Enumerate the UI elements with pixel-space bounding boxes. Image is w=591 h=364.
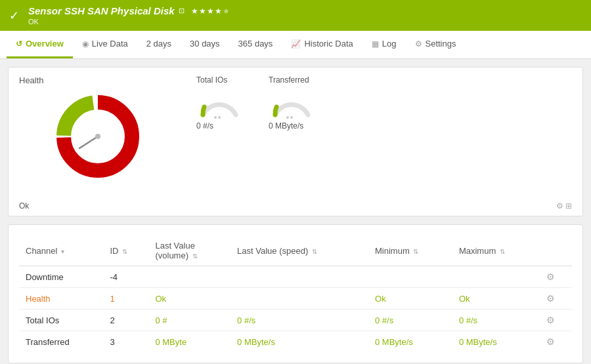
tab-live-data-label: Live Data	[92, 39, 128, 49]
star-3: ★	[207, 7, 214, 16]
health-footer: Ok ⚙ ⊞	[9, 199, 582, 216]
sort-channel-icon: ▾	[61, 248, 64, 255]
channel-transferred: Transferred	[19, 331, 103, 353]
gear-icon[interactable]: ⚙	[546, 315, 555, 325]
transferred-gauge: Transferred 0 MByte/s	[269, 75, 315, 131]
star-rating: ★ ★ ★ ★ ★	[191, 7, 230, 16]
health-donut-chart	[52, 91, 144, 182]
page-title: Sensor SSH SAN Physical Disk	[28, 5, 175, 16]
star-4: ★	[215, 7, 222, 16]
id-transferred: 3	[103, 331, 148, 353]
speed-total-ios: 0 #/s	[230, 310, 368, 331]
sort-volume-icon: ⇅	[192, 253, 198, 260]
speed-transferred: 0 MByte/s	[230, 331, 368, 353]
table-header-row: Channel ▾ ID ⇅ Last Value(volume) ⇅ Last…	[19, 235, 572, 266]
total-ios-label: Total IOs	[196, 75, 227, 85]
tab-365days-label: 365 days	[238, 39, 273, 49]
min-health: Ok	[368, 288, 452, 310]
max-total-ios: 0 #/s	[452, 310, 540, 331]
channel-table: Channel ▾ ID ⇅ Last Value(volume) ⇅ Last…	[19, 235, 572, 352]
min-transferred: 0 MByte/s	[368, 331, 452, 353]
table-row: Total IOs 2 0 # 0 #/s 0 #/s 0 #/s ⚙	[19, 310, 572, 331]
header-status: OK	[28, 18, 230, 26]
gear-icon[interactable]: ⚙	[546, 272, 555, 282]
tab-settings-label: Settings	[426, 39, 456, 49]
page-header: ✓ Sensor SSH SAN Physical Disk ⊡ ★ ★ ★ ★…	[0, 0, 591, 31]
table-row: Health 1 Ok Ok Ok ⚙	[19, 288, 572, 310]
tab-2days[interactable]: 2 days	[137, 31, 181, 58]
tab-overview-label: Overview	[26, 39, 64, 49]
svg-point-7	[214, 116, 217, 119]
table-row: Downtime -4 ⚙	[19, 266, 572, 288]
max-downtime	[452, 266, 540, 288]
action-total-ios[interactable]: ⚙	[540, 310, 572, 331]
status-check-icon: ✓	[9, 9, 19, 23]
overview-icon: ↺	[16, 39, 22, 49]
speed-health	[230, 288, 368, 310]
id-downtime: -4	[103, 266, 148, 288]
gear-icon[interactable]: ⚙	[546, 336, 555, 347]
id-health[interactable]: 1	[103, 288, 148, 310]
channel-health[interactable]: Health	[19, 288, 103, 310]
log-icon: ▦	[372, 39, 379, 49]
health-status-text: Ok	[19, 201, 29, 211]
data-table-card: Channel ▾ ID ⇅ Last Value(volume) ⇅ Last…	[8, 224, 583, 363]
speed-downtime	[230, 266, 368, 288]
th-last-value-speed[interactable]: Last Value (speed) ⇅	[230, 235, 368, 266]
health-section: Health	[19, 75, 177, 182]
sort-max-icon: ⇅	[500, 248, 505, 255]
tab-settings[interactable]: ⚙ Settings	[406, 31, 466, 58]
total-ios-value: 0 #/s	[196, 121, 213, 131]
gear-icon[interactable]: ⚙	[546, 293, 555, 304]
svg-point-10	[290, 116, 293, 119]
tab-log-label: Log	[382, 39, 397, 49]
transferred-value: 0 MByte/s	[269, 121, 303, 131]
th-actions	[540, 235, 572, 266]
tab-365days[interactable]: 365 days	[229, 31, 282, 58]
health-card: Health	[8, 67, 583, 216]
th-channel[interactable]: Channel ▾	[19, 235, 103, 266]
tab-2days-label: 2 days	[146, 39, 171, 49]
health-label: Health	[19, 75, 177, 85]
tab-30days[interactable]: 30 days	[181, 31, 229, 58]
svg-point-8	[218, 116, 221, 119]
historic-data-icon: 📈	[291, 39, 301, 49]
vol-transferred: 0 MByte	[148, 331, 230, 353]
sort-speed-icon: ⇅	[312, 248, 317, 255]
th-maximum[interactable]: Maximum ⇅	[452, 235, 540, 266]
star-2: ★	[199, 7, 206, 16]
vol-health: Ok	[148, 288, 230, 310]
tab-30days-label: 30 days	[190, 39, 220, 49]
sort-id-icon: ⇅	[122, 248, 127, 255]
action-transferred[interactable]: ⚙	[540, 331, 572, 353]
sort-min-icon: ⇅	[413, 248, 418, 255]
star-5: ★	[223, 7, 230, 16]
th-last-value-volume[interactable]: Last Value(volume) ⇅	[148, 235, 230, 266]
table-row: Transferred 3 0 MByte 0 MByte/s 0 MByte/…	[19, 331, 572, 353]
external-link-icon[interactable]: ⊡	[179, 7, 185, 15]
action-downtime[interactable]: ⚙	[540, 266, 572, 288]
action-health[interactable]: ⚙	[540, 288, 572, 310]
tab-log[interactable]: ▦ Log	[362, 31, 406, 58]
th-minimum[interactable]: Minimum ⇅	[368, 235, 452, 266]
svg-point-9	[286, 116, 289, 119]
total-ios-gauge: Total IOs 0 #/s	[196, 75, 242, 131]
gauges-section: Total IOs 0 #/s Transferred	[196, 75, 315, 131]
vol-downtime	[148, 266, 230, 288]
vol-total-ios: 0 #	[148, 310, 230, 331]
settings-icon: ⚙	[415, 39, 422, 49]
footer-icons[interactable]: ⚙ ⊞	[556, 201, 572, 211]
main-content: Health	[0, 59, 591, 364]
tab-live-data[interactable]: ◉ Live Data	[73, 31, 137, 58]
nav-tabs: ↺ Overview ◉ Live Data 2 days 30 days 36…	[0, 31, 591, 59]
max-health: Ok	[452, 288, 540, 310]
tab-historic-data[interactable]: 📈 Historic Data	[282, 31, 362, 58]
min-total-ios: 0 #/s	[368, 310, 452, 331]
tab-overview[interactable]: ↺ Overview	[7, 31, 73, 58]
transferred-label: Transferred	[269, 75, 309, 85]
svg-point-6	[95, 134, 100, 139]
th-id[interactable]: ID ⇅	[103, 235, 148, 266]
max-transferred: 0 MByte/s	[452, 331, 540, 353]
min-downtime	[368, 266, 452, 288]
tab-historic-data-label: Historic Data	[304, 39, 353, 49]
